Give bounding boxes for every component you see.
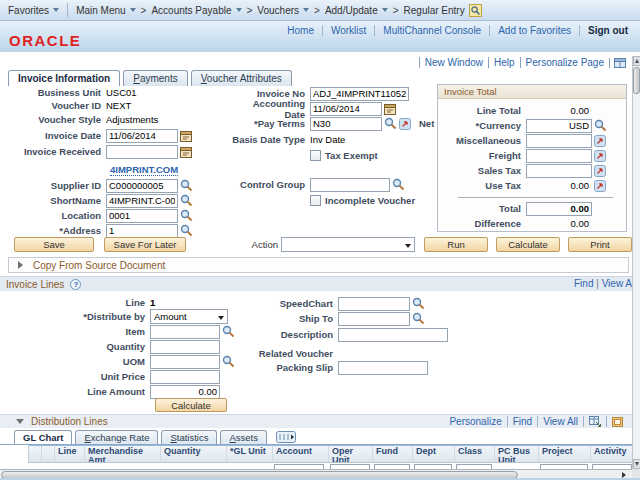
line-amount-label: Line Amount xyxy=(0,386,150,397)
copy-from-source-title: Copy From Source Document xyxy=(33,260,165,271)
find-link[interactable]: Find xyxy=(508,416,538,427)
freight-input[interactable] xyxy=(526,149,592,163)
currency-input[interactable] xyxy=(526,119,592,133)
supplier-name-link[interactable]: 4IMPRINT.COM xyxy=(110,164,178,176)
unit-price-input[interactable] xyxy=(150,370,220,384)
tab-gl-chart[interactable]: GL Chart xyxy=(14,430,72,445)
sales-tax-input[interactable] xyxy=(526,164,592,178)
download-grid-icon[interactable] xyxy=(584,416,607,427)
supplier-id-input[interactable] xyxy=(106,179,178,193)
scroll-up-button[interactable] xyxy=(633,56,640,66)
lookup-icon[interactable] xyxy=(412,312,425,325)
breadcrumb-accounts-payable[interactable]: Accounts Payable xyxy=(151,5,241,16)
invoice-no-input[interactable] xyxy=(310,87,409,101)
breadcrumb-add-update[interactable]: Add/Update xyxy=(325,5,388,16)
favorites-menu[interactable]: Favorites xyxy=(8,5,59,16)
tab-assets[interactable]: Assets xyxy=(220,430,267,445)
breadcrumb-search-icon[interactable] xyxy=(469,4,482,17)
address-input[interactable] xyxy=(106,224,178,238)
lookup-icon[interactable] xyxy=(392,178,405,191)
new-window-link[interactable]: New Window xyxy=(419,57,488,68)
lookup-icon[interactable] xyxy=(180,179,193,192)
description-input[interactable] xyxy=(338,328,448,342)
incomplete-voucher-checkbox[interactable] xyxy=(310,195,321,206)
find-link[interactable]: Find xyxy=(574,278,593,289)
calendar-icon[interactable] xyxy=(180,146,192,158)
misc-charges-detail-icon[interactable] xyxy=(594,135,606,147)
copy-from-source-section[interactable]: Copy From Source Document xyxy=(8,257,629,273)
vertical-scrollbar[interactable] xyxy=(632,56,640,469)
lookup-icon[interactable] xyxy=(180,194,193,207)
lookup-icon[interactable] xyxy=(384,117,397,130)
miscellaneous-input[interactable] xyxy=(526,134,592,148)
calendar-icon[interactable] xyxy=(384,103,396,115)
add-to-favorites-link[interactable]: Add to Favorites xyxy=(490,25,580,36)
print-button[interactable]: Print xyxy=(568,237,632,252)
distribution-tabs: GL Chart Exchange Rate Statistics Assets xyxy=(14,428,296,445)
view-all-link[interactable]: View All xyxy=(538,416,584,427)
run-button[interactable]: Run xyxy=(424,237,488,252)
personalize-page-link[interactable]: Personalize Page xyxy=(520,57,609,68)
multichannel-console-link[interactable]: MultiChannel Console xyxy=(375,25,490,36)
quantity-input[interactable] xyxy=(150,340,220,354)
packing-slip-input[interactable] xyxy=(338,361,428,375)
zoom-grid-icon[interactable] xyxy=(607,417,628,427)
miscellaneous-label: Miscellaneous xyxy=(438,135,526,146)
tab-exchange-rate[interactable]: Exchange Rate xyxy=(75,430,158,445)
accounting-date-label: Accounting Date xyxy=(230,98,310,120)
distribute-by-select[interactable]: Amount xyxy=(150,309,228,324)
tab-voucher-attributes[interactable]: Voucher Attributes xyxy=(191,70,292,86)
worklist-link[interactable]: Worklist xyxy=(323,25,375,36)
breadcrumb-separator: > xyxy=(141,5,147,16)
control-group-input[interactable] xyxy=(310,178,390,192)
save-button[interactable]: Save xyxy=(14,237,94,252)
use-tax-value: 0.00 xyxy=(526,180,592,191)
ship-to-input[interactable] xyxy=(338,312,410,326)
line-calculate-button[interactable]: Calculate xyxy=(155,398,227,412)
tab-statistics[interactable]: Statistics xyxy=(161,430,217,445)
speedchart-input[interactable] xyxy=(338,297,410,311)
tab-payments[interactable]: Payments xyxy=(123,70,187,86)
breadcrumb-vouchers[interactable]: Vouchers xyxy=(257,5,309,16)
personalize-layout-icon[interactable] xyxy=(609,58,630,68)
location-input[interactable] xyxy=(106,209,178,223)
lookup-icon[interactable] xyxy=(412,297,425,310)
sign-out-link[interactable]: Sign out xyxy=(580,25,636,36)
freight-detail-icon[interactable] xyxy=(594,150,606,162)
lookup-icon[interactable] xyxy=(180,209,193,222)
calendar-icon[interactable] xyxy=(180,130,192,142)
total-input[interactable] xyxy=(526,202,592,216)
shortname-input[interactable] xyxy=(106,194,178,208)
help-icon[interactable]: ? xyxy=(70,279,81,290)
action-select[interactable] xyxy=(281,237,415,252)
item-input[interactable] xyxy=(150,325,220,339)
invoice-received-input[interactable] xyxy=(106,145,178,159)
lookup-icon[interactable] xyxy=(594,119,607,132)
collapse-arrow-icon[interactable] xyxy=(16,419,24,424)
tax-exempt-checkbox[interactable] xyxy=(310,150,321,161)
line-amount-input[interactable] xyxy=(150,385,220,399)
sales-tax-detail-icon[interactable] xyxy=(594,165,606,177)
vertical-scroll-thumb[interactable] xyxy=(633,67,640,94)
show-all-columns-icon[interactable] xyxy=(276,431,296,443)
voucher-header-left: Business UnitUSC01 Voucher IDNEXT Vouche… xyxy=(0,86,193,238)
save-for-later-button[interactable]: Save For Later xyxy=(104,237,186,252)
view-all-link[interactable]: View All xyxy=(602,278,632,289)
action-label: Action xyxy=(180,239,278,250)
calculate-button[interactable]: Calculate xyxy=(496,237,560,252)
main-menu[interactable]: Main Menu xyxy=(76,5,135,16)
tab-invoice-information[interactable]: Invoice Information xyxy=(8,70,120,86)
pay-terms-input[interactable] xyxy=(310,117,382,131)
personalize-link[interactable]: Personalize xyxy=(444,416,507,427)
lookup-icon[interactable] xyxy=(180,224,193,237)
help-link[interactable]: Help xyxy=(488,57,520,68)
home-link[interactable]: Home xyxy=(279,25,323,36)
chevron-down-icon xyxy=(382,8,388,12)
distribute-by-label: *Distribute by xyxy=(0,311,150,322)
invoice-date-input[interactable] xyxy=(106,129,178,143)
pay-terms-detail-icon[interactable] xyxy=(399,118,411,130)
uom-input[interactable] xyxy=(150,355,220,369)
use-tax-detail-icon[interactable] xyxy=(594,180,606,192)
scroll-down-button[interactable] xyxy=(633,459,640,469)
accounting-date-input[interactable] xyxy=(310,102,382,116)
